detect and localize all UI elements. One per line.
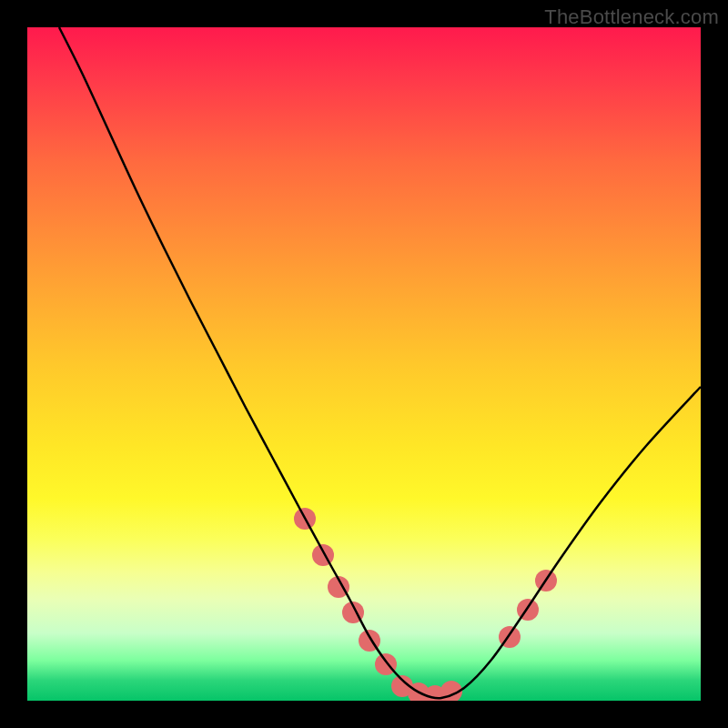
highlight-dots xyxy=(294,508,557,701)
highlight-dot xyxy=(312,544,334,566)
plot-area xyxy=(27,27,701,701)
bottleneck-curve xyxy=(59,27,701,698)
chart-svg xyxy=(27,27,701,701)
watermark-text: TheBottleneck.com xyxy=(544,5,719,29)
